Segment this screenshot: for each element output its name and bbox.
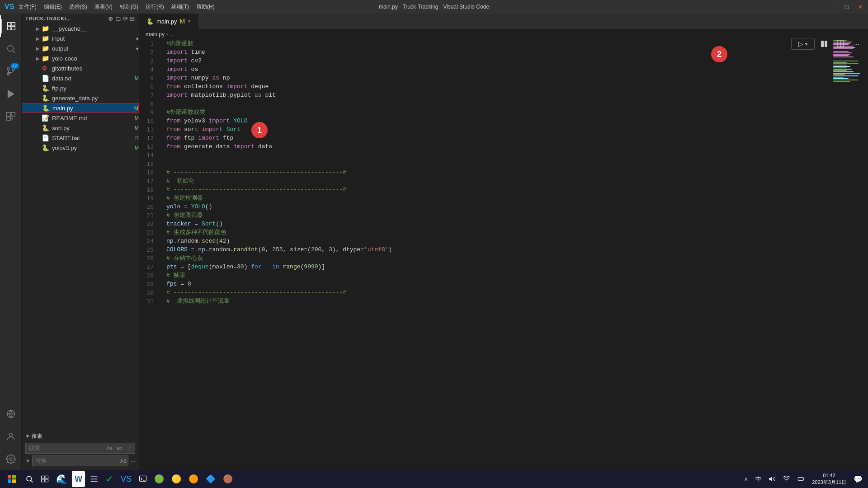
svg-rect-31 [45,479,48,482]
folder-icon: 📁 [42,45,49,52]
code-line-31: # 虚拟线圈统计车流量 [166,297,832,305]
taskbar-app2[interactable]: 🟡 [169,471,184,487]
code-line-6: from collections import deque [166,82,832,91]
file-name: data.txt [52,75,133,82]
tree-item-yolov3-py[interactable]: ▶ 🐍 yolov3.py M [22,143,139,153]
activity-search[interactable] [0,38,22,60]
taskbar-explorer[interactable] [87,471,101,487]
search-input[interactable] [26,443,104,453]
maximize-button[interactable]: □ [844,4,850,10]
replace-input[interactable] [33,456,119,466]
taskbar-vscode[interactable]: VS [118,471,134,487]
taskbar-terminal[interactable] [136,471,150,487]
explorer-header: TRUCK-TRACKI... ⊕ 🗀 ⟳ ⊟ [22,14,139,23]
replace-expand-icon[interactable]: ▼ [25,458,30,464]
svg-rect-0 [7,23,10,26]
taskbar-app4[interactable]: 🔷 [203,471,218,487]
menu-terminal[interactable]: 终端(T) [171,3,189,11]
menu-help[interactable]: 帮助(H) [196,3,215,11]
activity-explorer[interactable] [0,15,22,37]
menu-file[interactable]: 文件(F) [19,3,36,11]
search-section-header[interactable]: ▼ 搜索 [22,431,139,441]
taskbar-search[interactable] [23,471,36,487]
tree-item-start-bat[interactable]: ▶ 📄 START.bat R [22,133,139,143]
activity-remote[interactable] [0,403,22,425]
tab-main-py[interactable]: 🐍 main.py M × [139,14,198,29]
code-line-27: pts = [deque(maxlen=30) for _ in range(9… [166,263,832,271]
activity-source-control[interactable]: 17 [0,61,22,82]
file-name: README.md [52,115,133,122]
refresh-icon[interactable]: ⟳ [123,15,128,22]
systray-lang[interactable]: 中 [753,471,764,487]
breadcrumb-file[interactable]: main.py [146,31,165,38]
svg-rect-22 [8,475,11,479]
titlebar: VS 文件(F) 编辑(E) 选择(S) 查看(V) 转到(G) 运行(R) 终… [0,0,868,14]
activity-settings[interactable] [0,448,22,470]
run-button[interactable]: ▷ ▾ [791,38,815,50]
match-word-button[interactable]: ab [115,444,124,452]
git-icon: ⚙ [42,65,47,72]
file-name: input [52,35,134,42]
activity-extensions[interactable] [0,106,22,127]
replace-case-button[interactable]: AB [119,457,128,465]
txt-icon: 📄 [42,75,49,82]
replace-row: ▼ AB ··· [25,455,135,466]
taskbar-task-view[interactable] [38,471,52,487]
taskbar-app3[interactable]: 🟠 [186,471,201,487]
minimize-button[interactable]: ─ [830,4,836,10]
taskbar-edge[interactable]: 🌊 [53,471,70,487]
taskbar-app5[interactable]: 🟤 [220,471,236,487]
taskbar-check[interactable]: ✓ [103,471,116,487]
menu-goto[interactable]: 转到(G) [120,3,138,11]
code-line-9: #外部函数或类 [166,108,832,117]
menu-view[interactable]: 查看(V) [94,3,113,11]
regex-button[interactable]: .* [125,444,134,452]
more-actions-button[interactable]: ··· [850,38,863,50]
taskbar-app1[interactable]: 🟢 [151,471,167,487]
systray-notification[interactable]: 💬 [851,471,865,487]
editor-layout-button[interactable] [834,38,847,50]
modified-badge: M [135,125,139,131]
activity-account[interactable] [0,426,22,447]
code-line-23: # 生成多种不同的颜色 [166,228,832,237]
breadcrumb-section[interactable]: ... [170,31,175,38]
tree-item-generate-data-py[interactable]: ▶ 🐍 generate_data.py [22,93,139,103]
start-button[interactable] [3,471,21,487]
tree-item-input[interactable]: ▶ 📁 input ● [22,33,139,43]
systray-network[interactable] [780,471,793,487]
tree-item-output[interactable]: ▶ 📁 output ● [22,43,139,53]
tab-close-button[interactable]: × [188,18,191,24]
tree-item-readme-md[interactable]: ▶ 📝 README.md M [22,113,139,123]
menu-select[interactable]: 选择(S) [69,3,87,11]
svg-rect-33 [798,478,804,481]
activity-run[interactable] [0,83,22,105]
tree-item-pycache[interactable]: ▶ 📁 __pycache__ [22,23,139,33]
line-num-23: 23 [139,228,157,237]
code-area[interactable]: #内部函数 import time import cv2 import os i… [162,39,832,470]
systray-battery[interactable] [795,471,807,487]
tree-item-main-py[interactable]: ▶ 🐍 main.py M [22,103,139,113]
new-folder-icon[interactable]: 🗀 [115,15,121,22]
tree-item-gitattributes[interactable]: ▶ ⚙ .gitattributes [22,63,139,73]
close-button[interactable]: ✕ [857,4,863,10]
systray-expand[interactable]: ∧ [741,471,751,487]
more-options-button[interactable]: ··· [130,458,135,465]
file-name: .gitattributes [50,65,139,72]
menu-edit[interactable]: 编辑(E) [44,3,62,11]
run-dropdown-icon: ▾ [805,42,807,47]
line-num-25: 25 [139,245,157,254]
new-file-icon[interactable]: ⊕ [108,15,113,22]
taskbar-word[interactable]: W [72,471,85,487]
systray-time[interactable]: 01:42 2023年3月11日 [809,472,849,486]
systray-volume[interactable] [766,471,778,487]
code-line-22: tracker = Sort() [166,220,832,228]
split-editor-button[interactable] [817,38,831,50]
tree-item-yolo-coco[interactable]: ▶ 📁 yolo-coco [22,53,139,63]
menu-run[interactable]: 运行(R) [146,3,164,11]
tree-item-ftp-py[interactable]: ▶ 🐍 ftp.py [22,83,139,93]
collapse-icon[interactable]: ⊟ [130,15,135,22]
line-num-28: 28 [139,271,157,280]
tree-item-sort-py[interactable]: ▶ 🐍 sort.py M [22,123,139,133]
match-case-button[interactable]: Aa [105,444,114,452]
tree-item-data-txt[interactable]: ▶ 📄 data.txt M [22,73,139,83]
